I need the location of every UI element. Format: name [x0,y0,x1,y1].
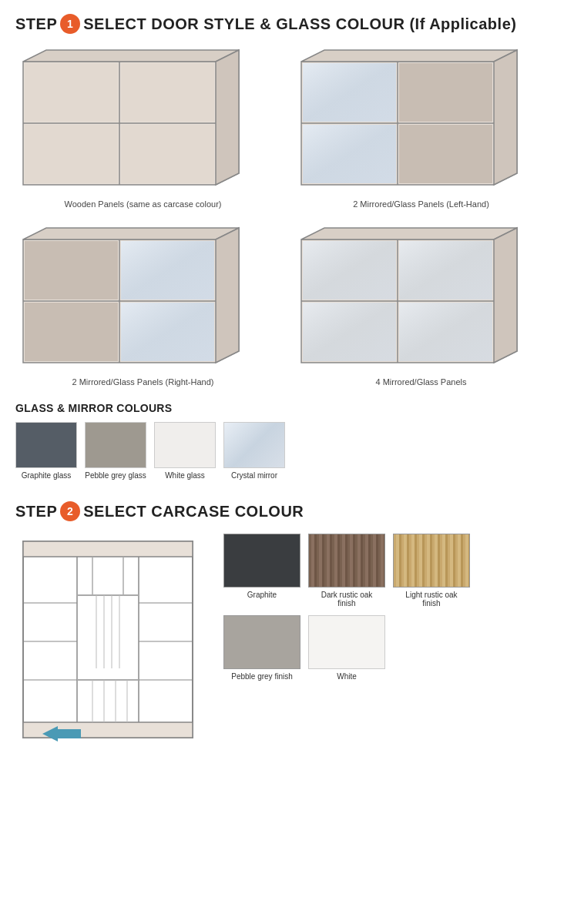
svg-marker-2 [216,50,239,185]
wooden-panels-label: Wooden Panels (same as carcase colour) [64,199,221,209]
open-wardrobe-illustration [15,534,208,752]
svg-rect-64 [58,729,81,738]
mirror-right-svg [15,224,254,370]
svg-rect-7 [25,125,118,183]
white-carcase-swatch[interactable]: White [308,615,385,681]
svg-marker-33 [494,228,517,363]
white-glass-swatch[interactable]: White glass [154,422,216,480]
mirror-left-svg [294,46,532,192]
step2-pre: STEP [15,503,57,521]
svg-rect-18 [399,63,492,122]
svg-rect-25 [25,241,118,300]
graphite-glass-swatch[interactable]: Graphite glass [15,422,77,480]
step1-header: STEP 1 SELECT DOOR STYLE & GLASS COLOUR … [15,14,549,34]
svg-rect-36 [303,241,396,300]
door-option-mirror-4[interactable]: 4 Mirrored/Glass Panels [294,224,549,387]
pebble-grey-finish-box [223,615,300,669]
svg-marker-32 [301,228,517,239]
crystal-mirror-swatch[interactable]: Crystal mirror [223,422,285,480]
crystal-mirror-label: Crystal mirror [231,471,277,480]
white-carcase-box [308,615,385,669]
svg-marker-21 [23,228,239,239]
pebble-grey-glass-swatch[interactable]: Pebble grey glass [85,422,146,480]
svg-rect-41 [23,541,193,557]
light-rustic-oak-box [393,534,470,588]
glass-section-title: GLASS & MIRROR COLOURS [15,402,549,414]
carcase-colours-wrap: Graphite Dark rustic oak finish Light ru… [223,534,470,681]
svg-rect-30 [121,303,214,361]
svg-marker-1 [23,50,239,62]
svg-marker-11 [494,50,517,185]
pebble-grey-glass-box [85,422,146,468]
door-option-mirror-left[interactable]: 2 Mirrored/Glass Panels (Left-Hand) [294,46,549,209]
carcase-bottom-row: Pebble grey finish White [223,615,470,681]
svg-rect-40 [23,541,193,738]
svg-marker-22 [216,228,239,363]
svg-rect-6 [121,63,214,122]
mirror-4-svg [294,224,532,370]
mirror-right-label: 2 Mirrored/Glass Panels (Right-Hand) [72,377,213,387]
light-rustic-oak-label: Light rustic oak finish [401,591,462,608]
wooden-panels-svg [15,46,254,192]
svg-rect-5 [25,63,118,122]
svg-rect-38 [303,303,396,361]
svg-rect-15 [303,63,396,122]
step2-post: SELECT CARCASE COLOUR [83,503,304,521]
svg-rect-17 [303,125,396,183]
svg-rect-39 [399,303,492,361]
mirror-4-label: 4 Mirrored/Glass Panels [376,377,467,387]
dark-rustic-oak-swatch[interactable]: Dark rustic oak finish [308,534,385,608]
svg-rect-19 [399,125,492,183]
graphite-glass-box [15,422,77,468]
step1-circle: 1 [60,14,80,34]
open-wardrobe-svg [15,534,208,749]
graphite-carcase-box [223,534,300,588]
step1-pre: STEP [15,15,57,33]
svg-rect-26 [25,303,118,361]
graphite-carcase-swatch[interactable]: Graphite [223,534,300,608]
dark-rustic-oak-box [308,534,385,588]
graphite-carcase-label: Graphite [247,591,277,599]
door-style-grid: Wooden Panels (same as carcase colour) [15,46,549,387]
door-option-mirror-right[interactable]: 2 Mirrored/Glass Panels (Right-Hand) [15,224,270,387]
mirror-left-label: 2 Mirrored/Glass Panels (Left-Hand) [353,199,489,209]
crystal-mirror-box [223,422,285,468]
svg-marker-10 [301,50,517,62]
step2-header: STEP 2 SELECT CARCASE COLOUR [15,501,549,521]
white-carcase-label: White [337,672,357,681]
pebble-grey-glass-label: Pebble grey glass [85,471,146,480]
pebble-grey-finish-swatch[interactable]: Pebble grey finish [223,615,300,681]
white-glass-label: White glass [165,471,205,480]
svg-rect-37 [399,241,492,300]
pebble-grey-finish-label: Pebble grey finish [231,672,293,681]
step2-circle: 2 [60,501,80,521]
step1-post: SELECT DOOR STYLE & GLASS COLOUR (If App… [83,15,516,33]
svg-rect-28 [121,241,214,300]
step2-content: Graphite Dark rustic oak finish Light ru… [15,534,549,752]
svg-rect-8 [121,125,214,183]
graphite-glass-label: Graphite glass [22,471,71,480]
dark-rustic-oak-label: Dark rustic oak finish [316,591,378,608]
glass-colours-row: Graphite glass Pebble grey glass White g… [15,422,549,480]
light-rustic-oak-swatch[interactable]: Light rustic oak finish [393,534,470,608]
carcase-top-row: Graphite Dark rustic oak finish Light ru… [223,534,470,608]
white-glass-box [154,422,216,468]
door-option-wooden[interactable]: Wooden Panels (same as carcase colour) [15,46,270,209]
